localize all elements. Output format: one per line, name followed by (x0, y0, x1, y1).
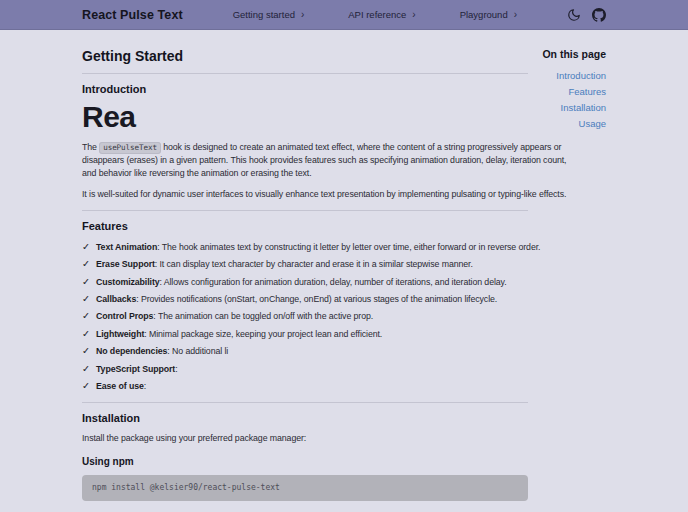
theme-toggle-button[interactable] (567, 8, 581, 22)
feature-description: : It can display text character by chara… (155, 259, 473, 269)
check-icon: ✓ (82, 327, 96, 340)
toc-link[interactable]: Installation (542, 102, 606, 114)
navbar: React Pulse Text Getting started › API r… (0, 0, 688, 30)
chevron-right-icon: › (301, 10, 304, 20)
feature-description: : The hook animates text by constructing… (157, 242, 540, 252)
feature-item: ✓ Customizability: Allows configuration … (82, 275, 528, 289)
subheading-using-npm: Using npm (82, 456, 528, 468)
toc-link[interactable]: Usage (542, 118, 606, 130)
feature-item: ✓ No dependencies: No additional li (82, 344, 528, 358)
feature-description: : The animation can be toggled on/off wi… (153, 311, 373, 321)
feature-label: Ease of use (96, 381, 144, 391)
feature-item: ✓ Erase Support: It can display text cha… (82, 257, 528, 271)
check-icon: ✓ (82, 344, 96, 357)
check-icon: ✓ (82, 275, 96, 288)
p1-before-code: The (82, 142, 99, 152)
github-icon (592, 8, 606, 22)
toc-links: Introduction Features Installation Usage (542, 70, 606, 130)
section-heading-features: Features (82, 220, 528, 233)
toc-link[interactable]: Introduction (542, 70, 606, 82)
feature-label: Lightweight (96, 329, 144, 339)
feature-item: ✓ Callbacks: Provides notifications (onS… (82, 292, 528, 306)
chevron-right-icon: › (412, 10, 415, 20)
moon-icon (567, 8, 581, 22)
nav-links: Getting started › API reference › Playgr… (189, 9, 561, 20)
navbar-inner: React Pulse Text Getting started › API r… (82, 8, 606, 22)
feature-description: : Provides notifications (onStart, onCha… (136, 294, 497, 304)
features-list: ✓ Text Animation: The hook animates text… (82, 240, 528, 394)
feature-description: : No additional li (167, 346, 228, 356)
animated-pulse-title: Rea (82, 101, 528, 132)
feature-item: ✓ Ease of use: (82, 379, 528, 393)
check-icon: ✓ (82, 240, 96, 253)
p1-line1-rest: hook is designed to create an animated t… (161, 142, 561, 152)
p1-line2: disappears (erases) in a given pattern. … (82, 154, 528, 167)
feature-description: : Allows configuration for animation dur… (160, 277, 507, 287)
check-icon: ✓ (82, 257, 96, 270)
on-this-page-sidebar: On this page Introduction Features Insta… (542, 48, 606, 134)
intro-paragraph-1: The usePulseText hook is designed to cre… (82, 141, 528, 181)
feature-label: TypeScript Support (96, 364, 175, 374)
nav-link[interactable]: Playground › (460, 9, 517, 20)
nav-link-label: Playground (460, 9, 508, 20)
feature-label: Control Props (96, 311, 153, 321)
github-link-button[interactable] (592, 8, 606, 22)
npm-install-code-block: npm install @kelsier90/react-pulse-text (82, 475, 528, 501)
page-layout: Getting Started Introduction Rea The use… (82, 48, 606, 512)
check-icon: ✓ (82, 379, 96, 392)
nav-link-label: Getting started (233, 9, 295, 20)
section-heading-installation: Installation (82, 412, 528, 425)
feature-item: ✓ Lightweight: Minimal package size, kee… (82, 327, 528, 341)
feature-item: ✓ TypeScript Support: (82, 362, 528, 376)
brand-logo[interactable]: React Pulse Text (82, 8, 183, 22)
chevron-right-icon: › (514, 10, 517, 20)
nav-link[interactable]: Getting started › (233, 9, 305, 20)
feature-label: No dependencies (96, 346, 167, 356)
feature-description: : Minimal package size, keeping your pro… (144, 329, 382, 339)
inline-code-usepulsetext: usePulseText (99, 142, 161, 154)
feature-label: Text Animation (96, 242, 157, 252)
p1-line3: and behavior like reversing the animatio… (82, 167, 528, 180)
feature-label: Customizability (96, 277, 160, 287)
toc-heading: On this page (542, 48, 606, 60)
feature-description: : (144, 381, 146, 391)
feature-label: Erase Support (96, 259, 155, 269)
navbar-actions (567, 8, 606, 22)
feature-item: ✓ Control Props: The animation can be to… (82, 309, 528, 323)
installation-intro: Install the package using your preferred… (82, 432, 528, 445)
feature-label: Callbacks (96, 294, 136, 304)
nav-link-label: API reference (348, 9, 406, 20)
main-content: Getting Started Introduction Rea The use… (82, 48, 528, 512)
divider (82, 210, 528, 211)
divider (82, 402, 528, 403)
section-heading-introduction: Introduction (82, 83, 528, 96)
nav-link[interactable]: API reference › (348, 9, 415, 20)
divider (82, 73, 528, 74)
intro-paragraph-2: It is well-suited for dynamic user inter… (82, 188, 528, 201)
page-title: Getting Started (82, 48, 528, 64)
check-icon: ✓ (82, 362, 96, 375)
toc-link[interactable]: Features (542, 86, 606, 98)
feature-description: : (175, 364, 177, 374)
check-icon: ✓ (82, 309, 96, 322)
check-icon: ✓ (82, 292, 96, 305)
feature-item: ✓ Text Animation: The hook animates text… (82, 240, 528, 254)
